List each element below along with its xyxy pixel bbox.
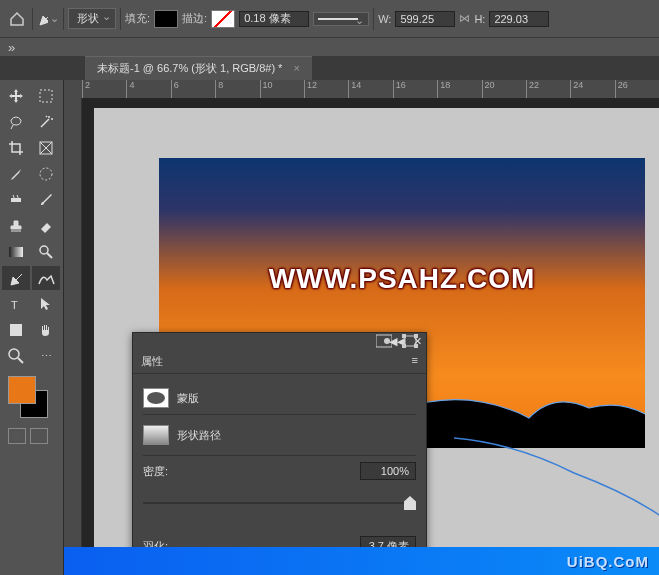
shapepath-thumb[interactable] — [143, 425, 169, 445]
horizontal-ruler[interactable]: 2 4 6 8 10 12 14 16 18 20 22 24 26 — [82, 80, 659, 98]
eyedropper-tool-icon[interactable] — [2, 162, 30, 186]
svg-rect-17 — [402, 344, 406, 348]
collapse-row: » — [0, 38, 659, 56]
svg-rect-10 — [10, 324, 22, 336]
svg-point-11 — [9, 349, 19, 359]
canvas-area: 2 4 6 8 10 12 14 16 18 20 22 24 26 WWW.P… — [64, 80, 659, 575]
path-select-tool-icon[interactable] — [32, 292, 60, 316]
density-label: 密度: — [143, 464, 168, 479]
document-tabs: 未标题-1 @ 66.7% (形状 1, RGB/8#) * × — [0, 56, 659, 80]
document-tab[interactable]: 未标题-1 @ 66.7% (形状 1, RGB/8#) * × — [85, 56, 312, 80]
mask-label: 蒙版 — [177, 391, 199, 406]
ruler-corner — [64, 80, 82, 98]
tool-mode-select[interactable]: 形状 — [68, 8, 116, 29]
stroke-swatch[interactable] — [211, 10, 235, 28]
expand-icon[interactable]: » — [8, 40, 15, 55]
type-tool-icon[interactable]: T — [2, 292, 30, 316]
close-icon[interactable]: × — [293, 62, 299, 74]
screenmode-icon[interactable] — [30, 428, 48, 444]
pen-tool-icon[interactable] — [2, 266, 30, 290]
density-slider[interactable] — [143, 492, 416, 516]
svg-rect-18 — [414, 344, 418, 348]
svg-rect-15 — [402, 334, 406, 338]
shape-tool-icon[interactable] — [2, 318, 30, 342]
gradient-tool-icon[interactable] — [2, 240, 30, 264]
healing-tool-icon[interactable] — [2, 188, 30, 212]
layer-mask-icon[interactable] — [376, 334, 392, 350]
vector-mask-icon[interactable] — [402, 334, 418, 350]
stroke-label: 描边: — [182, 11, 207, 26]
height-label: H: — [474, 13, 485, 25]
quickmask-icon[interactable] — [8, 428, 26, 444]
quickmask-row — [2, 428, 61, 444]
marquee-tool-icon[interactable] — [32, 84, 60, 108]
properties-panel: ◀◀ ✕ 属性 ≡ 蒙版 形状路径 — [132, 332, 427, 575]
svg-rect-1 — [40, 90, 52, 102]
vertical-ruler[interactable] — [64, 98, 82, 575]
edit-toolbar-icon[interactable]: ⋯ — [32, 344, 60, 368]
svg-rect-16 — [414, 334, 418, 338]
divider — [120, 8, 121, 30]
width-input[interactable] — [395, 11, 455, 27]
fill-swatch[interactable] — [154, 10, 178, 28]
frame-tool-icon[interactable] — [32, 136, 60, 160]
panel-menu-icon[interactable]: ≡ — [412, 354, 418, 369]
svg-rect-6 — [11, 198, 21, 202]
svg-rect-7 — [9, 247, 23, 257]
mask-type-icon[interactable] — [143, 388, 169, 408]
crop-tool-icon[interactable] — [2, 136, 30, 160]
svg-text:T: T — [11, 299, 18, 311]
svg-point-13 — [384, 338, 390, 344]
width-label: W: — [378, 13, 391, 25]
curvature-pen-icon[interactable] — [32, 266, 60, 290]
shapepath-label: 形状路径 — [177, 428, 221, 443]
link-icon[interactable]: ⋈ — [459, 12, 470, 25]
magic-wand-tool-icon[interactable] — [32, 110, 60, 134]
brush-tool-icon[interactable] — [32, 188, 60, 212]
svg-point-8 — [40, 246, 48, 254]
foreground-swatch[interactable] — [8, 376, 36, 404]
home-icon[interactable] — [6, 8, 28, 30]
fill-label: 填充: — [125, 11, 150, 26]
footer-brand-bar: UiBQ.CoM — [64, 547, 659, 575]
hand-tool-icon[interactable] — [32, 318, 60, 342]
brand-text: UiBQ.CoM — [567, 553, 649, 570]
divider — [373, 8, 374, 30]
lasso-tool-icon[interactable] — [2, 110, 30, 134]
move-tool-icon[interactable] — [2, 84, 30, 108]
height-input[interactable] — [489, 11, 549, 27]
marquee-circle-icon[interactable] — [32, 162, 60, 186]
zoom-tool-icon[interactable] — [2, 344, 30, 368]
color-swatches — [2, 376, 61, 420]
stroke-width-input[interactable] — [239, 11, 309, 27]
divider — [63, 8, 64, 30]
options-bar: ⌄ 形状 填充: 描边: W: ⋈ H: — [0, 0, 659, 38]
panel-title: 属性 — [141, 354, 163, 369]
stamp-tool-icon[interactable] — [2, 214, 30, 238]
pen-tool-icon[interactable]: ⌄ — [37, 8, 59, 30]
divider — [32, 8, 33, 30]
stroke-style-select[interactable] — [313, 12, 369, 26]
dodge-tool-icon[interactable] — [32, 240, 60, 264]
density-value[interactable]: 100% — [360, 462, 416, 480]
eraser-tool-icon[interactable] — [32, 214, 60, 238]
svg-point-5 — [40, 168, 52, 180]
tab-title: 未标题-1 @ 66.7% (形状 1, RGB/8#) * — [97, 62, 282, 74]
tool-palette: T ⋯ — [0, 80, 64, 575]
watermark-text: WWW.PSAHZ.COM — [159, 263, 645, 291]
